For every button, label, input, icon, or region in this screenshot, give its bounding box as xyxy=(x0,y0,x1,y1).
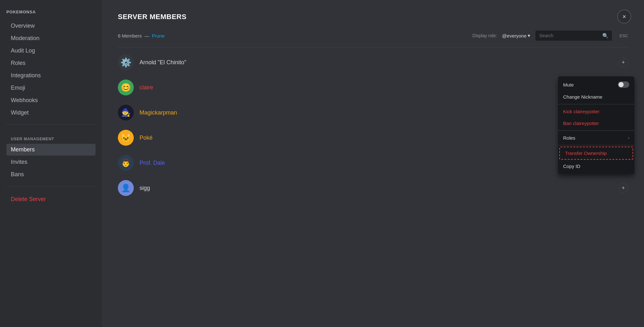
sidebar-divider-2 xyxy=(6,186,96,186)
mute-toggle[interactable] xyxy=(618,81,629,88)
page-title: SERVER MEMBERS xyxy=(118,13,628,21)
close-button[interactable]: × xyxy=(617,10,631,24)
sidebar: POKEMONSA Overview Moderation Audit Log … xyxy=(0,0,102,327)
member-name: sigg xyxy=(140,185,613,191)
sidebar-item-webhooks[interactable]: Webhooks xyxy=(6,94,96,106)
member-name: Poké xyxy=(140,135,566,141)
chevron-right-icon: › xyxy=(628,136,629,140)
display-role-label: Display role: xyxy=(472,33,497,38)
avatar: 👨 xyxy=(118,155,134,171)
prune-link[interactable]: Prune xyxy=(152,33,165,38)
member-name: Magickarpman xyxy=(140,109,566,116)
avatar: 🐱 xyxy=(118,130,134,146)
sidebar-item-members[interactable]: Members xyxy=(6,144,96,156)
sidebar-item-emoji[interactable]: Emoji xyxy=(6,82,96,94)
members-divider xyxy=(118,47,628,47)
context-menu-divider-2 xyxy=(558,130,634,131)
sidebar-item-integrations[interactable]: Integrations xyxy=(6,70,96,81)
context-menu-copy-id[interactable]: Copy ID xyxy=(558,160,634,172)
context-menu: Mute Change Nickname Kick claireypotter … xyxy=(558,76,634,174)
delete-server-button[interactable]: Delete Server xyxy=(6,193,96,205)
table-row[interactable]: 🧙 Magickarpman 👑 Instinct + xyxy=(118,100,628,125)
avatar: ⚙️ xyxy=(118,54,134,70)
sidebar-divider xyxy=(6,124,96,125)
sidebar-item-widget[interactable]: Widget xyxy=(6,107,96,119)
context-menu-transfer-ownership[interactable]: Transfer Ownership xyxy=(559,147,633,160)
sidebar-item-moderation[interactable]: Moderation xyxy=(6,32,96,44)
sidebar-item-audit-log[interactable]: Audit Log xyxy=(6,45,96,57)
sidebar-item-overview[interactable]: Overview xyxy=(6,20,96,32)
avatar: 😊 xyxy=(118,80,134,95)
avatar: 🧙 xyxy=(118,105,134,121)
add-role-button[interactable]: + xyxy=(619,58,628,67)
app-layout: POKEMONSA Overview Moderation Audit Log … xyxy=(0,0,644,327)
search-icon: 🔍 xyxy=(602,33,609,39)
table-row[interactable]: 👤 sigg + xyxy=(118,176,628,201)
user-management-label: USER MANAGEMENT xyxy=(6,137,96,141)
search-wrapper: 🔍 xyxy=(535,31,612,41)
member-name: claire xyxy=(140,84,563,91)
context-menu-divider-3 xyxy=(558,145,634,145)
chevron-down-icon: ▾ xyxy=(528,33,530,38)
main-content: SERVER MEMBERS 6 Members — Prune Display… xyxy=(102,0,644,327)
toolbar-right: Display role: @everyone ▾ 🔍 ESC xyxy=(472,31,628,41)
table-row[interactable]: 👨 Prof. Dale Hystic + xyxy=(118,150,628,176)
context-menu-kick[interactable]: Kick claireypotter xyxy=(558,106,634,117)
context-menu-ban[interactable]: Ban claireypotter xyxy=(558,117,634,129)
server-name: POKEMONSA xyxy=(6,10,96,14)
member-name: Arnold "El Chinito" xyxy=(140,59,613,66)
members-count: 6 Members — Prune xyxy=(118,33,165,38)
members-toolbar: 6 Members — Prune Display role: @everyon… xyxy=(118,31,628,41)
esc-label: ESC xyxy=(619,33,628,38)
context-menu-change-nickname[interactable]: Change Nickname xyxy=(558,91,634,103)
table-row[interactable]: ⚙️ Arnold "El Chinito" + xyxy=(118,50,628,75)
table-row[interactable]: 😊 claire Valor + ⋮ xyxy=(118,75,628,100)
search-input[interactable] xyxy=(535,31,612,41)
member-name: Prof. Dale xyxy=(140,160,582,166)
context-menu-divider xyxy=(558,104,634,104)
context-menu-mute[interactable]: Mute xyxy=(558,78,634,91)
avatar: 👤 xyxy=(118,180,134,196)
sidebar-item-roles[interactable]: Roles xyxy=(6,57,96,69)
sidebar-item-invites[interactable]: Invites xyxy=(6,156,96,168)
role-select[interactable]: @everyone ▾ xyxy=(502,33,530,38)
context-menu-roles[interactable]: Roles › xyxy=(558,132,634,144)
sidebar-item-bans[interactable]: Bans xyxy=(6,169,96,180)
add-role-button[interactable]: + xyxy=(619,183,628,193)
table-row[interactable]: 🐱 Poké Team Rockett + xyxy=(118,125,628,150)
